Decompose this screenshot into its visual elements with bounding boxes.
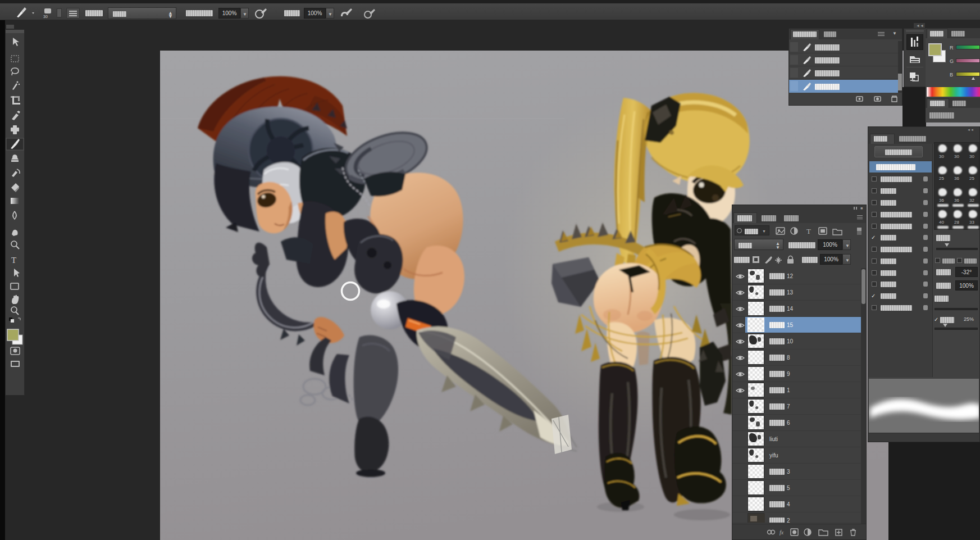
svg-text:T: T xyxy=(11,256,16,265)
svg-text:fx: fx xyxy=(780,529,784,536)
svg-text:T: T xyxy=(806,227,811,235)
